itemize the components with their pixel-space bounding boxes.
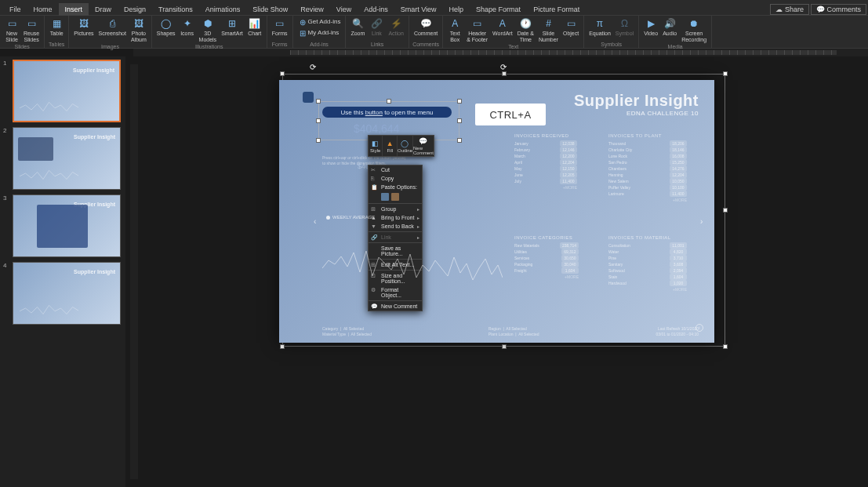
ribbon: ▭New Slide ▭Reuse Slides Slides ▦Table T… [0, 16, 868, 49]
tab-file[interactable]: File [3, 3, 27, 16]
menu-hint-pill: Use this button to open the menu [322, 107, 452, 118]
total-amount: $404,644 [354, 122, 399, 135]
3d-models-button[interactable]: ⬢3D Models [198, 16, 219, 44]
slide-thumbnails-panel: 1 Supplier Insight 2 Supplier Insight 3 … [0, 56, 125, 487]
ctx-paste-options[interactable] [369, 191, 422, 202]
tab-animations[interactable]: Animations [199, 3, 247, 16]
tab-addins[interactable]: Add-ins [358, 3, 394, 16]
screenshot-button[interactable]: ⎙Screenshot [97, 16, 128, 38]
ctx-copy[interactable]: ⎘Copy [369, 174, 422, 183]
rotate-handle-icon[interactable]: ⟳ [310, 63, 318, 71]
tab-insert[interactable]: Insert [59, 3, 89, 16]
icons-button[interactable]: ✦Icons [179, 16, 196, 38]
invoice-categories-panel: INVOICE CATEGORIES Raw Materials238,714U… [514, 235, 579, 280]
symbol-button[interactable]: ΩSymbol [614, 16, 635, 38]
ctx-group[interactable]: ⊞Group▸ [369, 205, 422, 213]
reuse-slides-button[interactable]: ▭Reuse Slides [22, 16, 41, 44]
chart-button[interactable]: 📊Chart [246, 16, 263, 38]
tab-review[interactable]: Review [294, 3, 330, 16]
style-button[interactable]: ◧Style [369, 136, 383, 156]
ribbon-tabs: File Home Insert Draw Design Transitions… [0, 3, 868, 16]
tab-help[interactable]: Help [443, 3, 470, 16]
new-comment-button[interactable]: 💬New Comment [413, 136, 434, 156]
slide-thumb-2[interactable]: Supplier Insight [13, 127, 121, 190]
prev-arrow-icon: ‹ [314, 217, 320, 227]
outline-button[interactable]: ◯Outline [398, 136, 413, 156]
tab-slideshow[interactable]: Slide Show [246, 3, 294, 16]
audio-button[interactable]: 🔊Audio [661, 16, 678, 38]
zoom-button[interactable]: 🔍Zoom [349, 16, 366, 38]
header-footer-button[interactable]: ▭Header & Footer [465, 16, 489, 44]
fill-button[interactable]: ▲Fill [383, 136, 397, 156]
share-button[interactable]: ☁ Share [770, 4, 809, 15]
weekly-chart [322, 213, 503, 307]
slide-footer: Category | All Selected Material Type | … [322, 326, 699, 336]
slide-thumb-1[interactable]: Supplier Insight [13, 60, 121, 122]
pictures-button[interactable]: 🖼Pictures [72, 16, 95, 38]
wordart-button[interactable]: AWordArt [491, 16, 514, 38]
tab-transitions[interactable]: Transitions [152, 3, 199, 16]
slide-editor[interactable]: ⟳ ⟳ Supplier Insight EDNA CHALLENGE 10 U… [125, 56, 868, 487]
ctx-cut[interactable]: ✂Cut [369, 165, 422, 174]
photo-album-button[interactable]: 🖼Photo Album [129, 16, 148, 44]
tab-view[interactable]: View [330, 3, 358, 16]
link-button[interactable]: 🔗Link [368, 16, 385, 38]
screen-recording-button[interactable]: ⏺Screen Recording [680, 16, 708, 44]
slide-thumb-4[interactable]: Supplier Insight [13, 262, 121, 325]
tab-smartview[interactable]: Smart View [394, 3, 443, 16]
ctx-paste-options-label: 📋Paste Options: [369, 183, 422, 191]
slide-canvas[interactable]: Supplier Insight EDNA CHALLENGE 10 Use t… [279, 80, 714, 343]
horizontal-ruler [133, 49, 868, 56]
tab-draw[interactable]: Draw [89, 3, 118, 16]
object-button[interactable]: ▭Object [561, 16, 580, 38]
comments-button[interactable]: 💬 Comments [811, 4, 866, 15]
equation-button[interactable]: πEquation [587, 16, 612, 38]
tab-design[interactable]: Design [118, 3, 152, 16]
shapes-button[interactable]: ◯Shapes [155, 16, 177, 38]
tab-pictureformat[interactable]: Picture Format [527, 3, 586, 16]
get-addins-button[interactable]: ⊕Get Add-ins [296, 16, 343, 27]
invoices-toplant-panel: INVOICES TO PLANT Thousand18,206Charlott… [608, 133, 687, 203]
table-button[interactable]: ▦Table [48, 16, 65, 38]
slide-thumb-3[interactable]: Supplier Insight [13, 194, 121, 257]
slidenumber-button[interactable]: #Slide Number [537, 16, 560, 44]
action-button[interactable]: ⚡Action [387, 16, 405, 38]
smartart-button[interactable]: ⊞SmartArt [220, 16, 245, 38]
tab-shapeformat[interactable]: Shape Format [470, 3, 527, 16]
my-addins-button[interactable]: ⊞My Add-ins [296, 27, 343, 38]
mini-toolbar: ◧Style ▲Fill ◯Outline 💬New Comment [368, 135, 434, 157]
datetime-button[interactable]: 🕐Date & Time [516, 16, 536, 44]
forms-button[interactable]: ▭Forms [271, 16, 289, 38]
comment-button[interactable]: 💬Comment [412, 16, 439, 38]
ctrl-a-callout: CTRL+A [475, 104, 546, 125]
filter-toggle-icon [303, 92, 314, 103]
video-button[interactable]: ▶Video [642, 16, 659, 38]
next-arrow-icon: › [700, 217, 706, 227]
invoices-material-panel: INVOICES TO MATERIAL Consultation11,001W… [608, 235, 687, 293]
invoices-received-panel: INVOICES RECEIVED January12,038February1… [514, 133, 577, 191]
brand-title: Supplier Insight EDNA CHALLENGE 10 [574, 92, 699, 117]
textbox-button[interactable]: AText Box [446, 16, 463, 44]
rotate-handle-icon[interactable]: ⟳ [500, 63, 508, 71]
new-slide-button[interactable]: ▭New Slide [3, 16, 20, 44]
vertical-ruler [130, 64, 138, 479]
tab-home[interactable]: Home [27, 3, 59, 16]
